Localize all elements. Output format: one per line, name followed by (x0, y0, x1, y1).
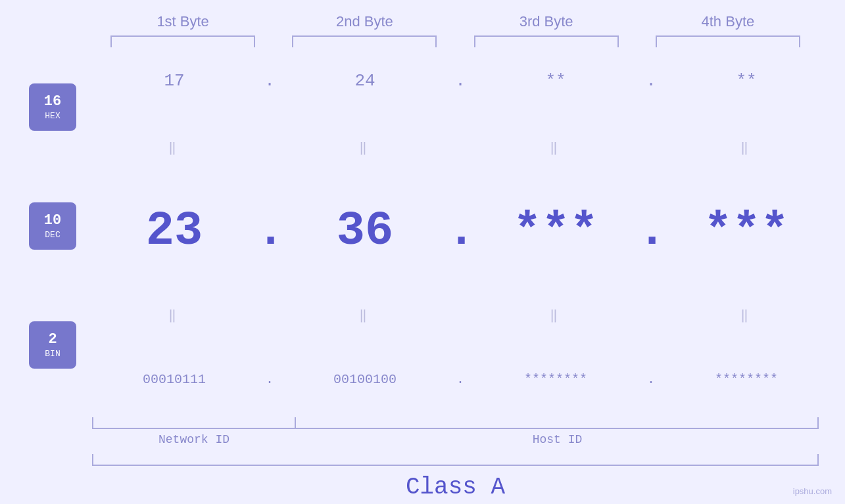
bin-row: 00010111 . 00100100 . ******** . *******… (92, 372, 829, 387)
badges-column: 16 HEX 10 DEC 2 BIN (0, 47, 92, 417)
hex-val-4: ** (664, 71, 829, 91)
network-bracket (92, 417, 296, 429)
eq-2-4: ‖ (664, 307, 829, 323)
bin-val-1: 00010111 (92, 372, 256, 387)
bin-badge-base: BIN (45, 349, 60, 359)
bin-dot-3: . (638, 372, 664, 387)
bin-val-2: 00100100 (283, 372, 447, 387)
main-container: 1st Byte 2nd Byte 3rd Byte 4th Byte 16 H… (0, 0, 845, 504)
eq-1-2: ‖ (283, 139, 447, 156)
hex-badge-number: 16 (44, 93, 61, 110)
network-id-label: Network ID (92, 433, 296, 446)
eq-1-4: ‖ (664, 139, 829, 156)
bin-badge-number: 2 (48, 331, 57, 348)
hex-dot-1: . (256, 71, 283, 91)
hex-dot-2: . (447, 71, 473, 91)
hex-badge: 16 HEX (29, 83, 76, 131)
dec-val-3: *** (473, 204, 638, 258)
hex-row: 17 . 24 . ** . ** (92, 71, 829, 91)
eq-2-1: ‖ (92, 307, 256, 323)
dec-badge: 10 DEC (29, 202, 76, 250)
hex-val-1: 17 (92, 71, 256, 91)
large-bracket (92, 454, 819, 466)
eq-2-2: ‖ (283, 307, 447, 323)
dec-val-1: 23 (92, 204, 256, 258)
dec-badge-number: 10 (44, 212, 61, 229)
eq-2-3: ‖ (473, 307, 638, 323)
eq-1-1: ‖ (92, 139, 256, 156)
byte-label-1: 1st Byte (94, 13, 272, 30)
host-bracket (296, 417, 819, 429)
hex-dot-3: . (638, 71, 664, 91)
bracket-4 (656, 35, 800, 47)
bin-dot-1: . (256, 372, 283, 387)
bin-val-3: ******** (473, 372, 638, 387)
host-id-label: Host ID (296, 433, 819, 446)
hex-val-2: 24 (283, 71, 447, 91)
bottom-brackets-row (92, 417, 819, 429)
top-brackets (92, 35, 845, 47)
dec-dot-1: . (256, 204, 283, 258)
content-column: 17 . 24 . ** . ** ‖ ‖ ‖ ‖ 23 . (92, 47, 845, 417)
dec-val-2: 36 (283, 204, 447, 258)
network-host-labels: Network ID Host ID (92, 433, 819, 446)
byte-headers: 1st Byte 2nd Byte 3rd Byte 4th Byte (92, 0, 845, 30)
byte-label-2: 2nd Byte (276, 13, 453, 30)
bin-val-4: ******** (664, 372, 829, 387)
hex-val-3: ** (473, 71, 638, 91)
bracket-2 (292, 35, 437, 47)
class-label: Class A (92, 474, 819, 501)
watermark: ipshu.com (793, 486, 832, 496)
hex-badge-base: HEX (45, 111, 60, 121)
bin-badge: 2 BIN (29, 321, 76, 369)
dec-row: 23 . 36 . *** . *** (92, 204, 829, 258)
dec-badge-base: DEC (45, 230, 60, 240)
data-grid: 16 HEX 10 DEC 2 BIN 17 . 24 . ** . ** (0, 47, 845, 417)
eq-row-2: ‖ ‖ ‖ ‖ (92, 306, 829, 324)
byte-label-4: 4th Byte (639, 13, 817, 30)
eq-1-3: ‖ (473, 139, 638, 156)
bin-dot-2: . (447, 372, 473, 387)
eq-row-1: ‖ ‖ ‖ ‖ (92, 139, 829, 157)
dec-dot-3: . (638, 204, 664, 258)
dec-val-4: *** (664, 204, 829, 258)
byte-label-3: 3rd Byte (458, 13, 635, 30)
bracket-1 (110, 35, 255, 47)
bracket-3 (474, 35, 619, 47)
dec-dot-2: . (447, 204, 473, 258)
bottom-section: Network ID Host ID Class A (92, 417, 819, 501)
